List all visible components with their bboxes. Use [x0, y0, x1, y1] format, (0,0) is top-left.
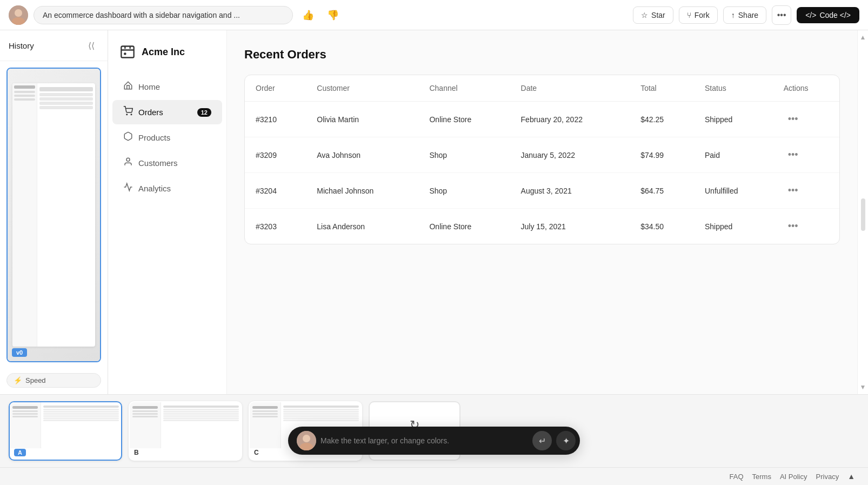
scroll-down-arrow[interactable]: ▼ [859, 382, 867, 392]
sidebar-item-orders[interactable]: Orders 12 [112, 100, 222, 124]
brand: Acme Inc [108, 43, 226, 74]
cell-customer: Michael Johnson [306, 173, 418, 209]
col-total: Total [630, 75, 694, 102]
main-layout: History ⟨⟨ [0, 30, 868, 394]
cell-channel: Online Store [418, 102, 510, 137]
col-order: Order [245, 75, 306, 102]
app-sidebar: Acme Inc Home [108, 30, 227, 394]
table-row: #3203 Lisa Anderson Online Store July 15… [245, 209, 839, 244]
cell-channel: Shop [418, 173, 510, 209]
right-scrollbar: ▲ ▼ [857, 30, 868, 394]
sidebar-item-home[interactable]: Home [112, 75, 222, 99]
scroll-up-arrow[interactable]: ▲ [859, 32, 867, 42]
fork-button[interactable]: ⑂ Fork [679, 6, 718, 24]
star-button[interactable]: ☆ Star [633, 6, 673, 24]
thumbnail-B[interactable]: B [129, 401, 242, 461]
col-customer: Customer [306, 75, 418, 102]
cell-status: Unfulfilled [694, 173, 773, 209]
history-header: History ⟨⟨ [0, 30, 108, 61]
footer-privacy[interactable]: Privacy [816, 473, 839, 481]
svg-point-7 [126, 158, 130, 161]
row-actions-button[interactable]: ••• [784, 218, 803, 234]
customers-icon [123, 157, 133, 169]
topbar: An ecommerce dashboard with a sidebar na… [0, 0, 868, 30]
chat-send-button[interactable]: ↵ [532, 431, 552, 450]
products-icon [123, 131, 133, 144]
thumbnail-label-B: B [134, 449, 139, 456]
app-preview: Acme Inc Home [108, 30, 868, 394]
cell-date: August 3, 2021 [510, 173, 630, 209]
cell-actions: ••• [773, 209, 839, 244]
thumbnail-badge-A: A [14, 449, 26, 456]
scroll-thumb[interactable] [861, 198, 865, 231]
cell-status: Shipped [694, 102, 773, 137]
cell-actions: ••• [773, 102, 839, 137]
code-icon: </> [805, 11, 816, 19]
cell-status: Shipped [694, 209, 773, 244]
cell-order: #3210 [245, 102, 306, 137]
more-options-button[interactable]: ••• [772, 5, 791, 25]
lightning-icon: ⚡ [14, 376, 22, 384]
sidebar-item-customers[interactable]: Customers [112, 151, 222, 175]
svg-rect-3 [121, 46, 133, 58]
col-channel: Channel [418, 75, 510, 102]
thumbnail-label-C: C [254, 449, 259, 456]
thumbs-up-button[interactable]: 👍 [298, 5, 318, 25]
sidebar-item-label-analytics: Analytics [138, 184, 211, 193]
scroll-to-top-icon[interactable]: ▲ [847, 472, 855, 481]
svg-point-1 [15, 9, 22, 17]
history-title: History [9, 41, 34, 50]
table-row: #3210 Olivia Martin Online Store Februar… [245, 102, 839, 137]
sidebar-item-label-home: Home [138, 82, 211, 91]
row-actions-button[interactable]: ••• [784, 111, 803, 127]
cell-channel: Online Store [418, 209, 510, 244]
cell-customer: Olivia Martin [306, 102, 418, 137]
footer: FAQ Terms AI Policy Privacy ▲ [0, 467, 868, 485]
share-button[interactable]: ↑ Share [723, 6, 766, 24]
svg-point-9 [303, 435, 310, 442]
brand-icon [119, 43, 136, 61]
cell-total: $34.50 [630, 209, 694, 244]
cell-total: $74.99 [630, 137, 694, 173]
footer-terms[interactable]: Terms [752, 473, 771, 481]
code-button[interactable]: </> Code </> [797, 7, 859, 23]
thumbnail-A[interactable]: A [9, 401, 122, 461]
cell-actions: ••• [773, 137, 839, 173]
footer-faq[interactable]: FAQ [730, 473, 744, 481]
orders-table-wrap: Order Customer Channel Date Total Status… [244, 75, 840, 244]
sidebar-item-products[interactable]: Products [112, 125, 222, 150]
svg-point-4 [124, 53, 125, 54]
sidebar-item-label-orders: Orders [138, 108, 192, 117]
svg-point-6 [131, 114, 132, 115]
speed-badge: ⚡ Speed [6, 373, 101, 388]
user-avatar [9, 5, 28, 25]
col-actions: Actions [773, 75, 839, 102]
brand-name: Acme Inc [142, 46, 185, 58]
svg-point-5 [126, 114, 128, 115]
prompt-display: An ecommerce dashboard with a sidebar na… [34, 6, 293, 24]
sidebar-item-label-customers: Customers [138, 158, 211, 168]
sidebar-item-analytics[interactable]: Analytics [112, 176, 222, 201]
row-actions-button[interactable]: ••• [784, 183, 803, 198]
orders-icon [123, 106, 133, 118]
col-date: Date [510, 75, 630, 102]
analytics-icon [123, 182, 133, 195]
chat-tools-button[interactable]: ✦ [556, 431, 576, 450]
history-collapse-button[interactable]: ⟨⟨ [84, 38, 99, 53]
footer-ai-policy[interactable]: AI Policy [780, 473, 807, 481]
table-row: #3209 Ava Johnson Shop January 5, 2022 $… [245, 137, 839, 173]
orders-badge: 12 [197, 108, 211, 117]
share-icon: ↑ [731, 11, 735, 19]
chat-bar: ↵ ✦ [288, 427, 580, 455]
row-actions-button[interactable]: ••• [784, 147, 803, 163]
chat-input[interactable] [321, 436, 528, 445]
chat-avatar [297, 431, 316, 450]
cell-order: #3203 [245, 209, 306, 244]
cell-date: January 5, 2022 [510, 137, 630, 173]
orders-table: Order Customer Channel Date Total Status… [245, 75, 839, 244]
col-status: Status [694, 75, 773, 102]
app-main: Recent Orders Order Customer Channel Dat… [227, 30, 857, 394]
history-thumbnail[interactable]: v0 [6, 68, 101, 362]
thumbs-down-button[interactable]: 👎 [323, 5, 343, 25]
cell-customer: Lisa Anderson [306, 209, 418, 244]
